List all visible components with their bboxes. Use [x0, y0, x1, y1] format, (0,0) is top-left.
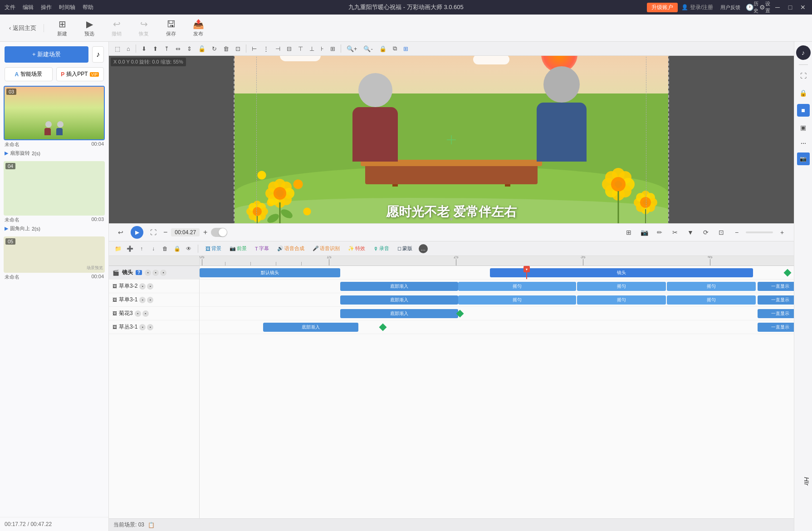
expand-handle[interactable]: ▾ [450, 216, 453, 222]
flip-h[interactable]: ⇔ [173, 44, 183, 54]
align-center-v[interactable]: ⊥ [307, 44, 317, 54]
align-up[interactable]: ⬆ [151, 44, 160, 54]
clump-dot1[interactable]: • [139, 324, 146, 330]
copy-style[interactable]: ⧉ [391, 44, 399, 54]
rp-panel-btn[interactable]: ▣ [797, 121, 810, 134]
rp-music-btn[interactable]: ♪ [796, 45, 811, 60]
canvas-frame[interactable]: 📷 愿时光不老 爱常伴左右 [234, 56, 669, 223]
grass31-dot2[interactable]: • [147, 297, 153, 303]
lt-sub-btn[interactable]: T 字幕 [251, 244, 273, 253]
menu-help[interactable]: 帮助 [83, 4, 93, 11]
scene-item-05[interactable]: 05 场景预览 未命名 00:04 [4, 236, 105, 281]
seg-grass32-shake3[interactable]: 摇匀 [667, 282, 756, 291]
tl-move-up[interactable]: ↑ [136, 243, 147, 254]
tl-delete[interactable]: 🗑 [160, 243, 171, 254]
zoom-out[interactable]: 🔍- [361, 44, 375, 54]
lt-mic-btn[interactable]: 🎙 录音 [370, 244, 393, 253]
preview-tool[interactable]: ▶ 预选 [80, 19, 98, 37]
seg-chrys-fadein[interactable]: 底部渐入 [340, 309, 458, 318]
back-home-button[interactable]: ‹ 返回主页 [9, 24, 44, 32]
menu-file[interactable]: 文件 [5, 4, 15, 11]
rp-fullscreen-btn[interactable]: ⛶ [797, 69, 810, 82]
play-button[interactable]: ▶ [131, 226, 143, 239]
scene-item-03[interactable]: 03 未命名 00:04 ▶ 扇形旋转 2(s) [4, 86, 105, 157]
tl-move-down[interactable]: ↓ [148, 243, 159, 254]
rp-lock-btn[interactable]: 🔒 [797, 87, 810, 99]
seg-grass32-fadein[interactable]: 底部渐入 [340, 282, 458, 291]
seg-chrys-always[interactable]: 一直显示 [758, 309, 794, 318]
lt-voice-syn-btn[interactable]: 🔊 语音合成 [274, 244, 308, 253]
redo-tool[interactable]: ↪ 恢复 [135, 19, 153, 37]
align-top-v[interactable]: ⊤ [296, 44, 305, 54]
paste-style[interactable]: ⊞ [401, 44, 411, 54]
tl-add-btn[interactable]: ➕ [124, 243, 135, 254]
publish-tool[interactable]: 📤 发布 [189, 19, 207, 37]
select-tool[interactable]: ⬚ [113, 44, 122, 54]
scene-item-04[interactable]: 04 未命名 00:03 ▶ 圆角向上 2(s) [4, 161, 105, 233]
upgrade-button[interactable]: 升级账户 [647, 3, 678, 12]
seg-grass31-shake2[interactable]: 摇匀 [577, 295, 666, 305]
playhead[interactable]: ▼ [526, 266, 527, 279]
maximize-button[interactable]: □ [786, 3, 795, 12]
seg-default-camera[interactable]: 默认镜头 [200, 268, 340, 277]
chrys-dot2[interactable]: • [142, 310, 149, 317]
distribute-v[interactable]: ⊞ [328, 44, 338, 54]
user-feedback-btn[interactable]: 用户反馈 [717, 3, 744, 12]
flip-v[interactable]: ⇕ [185, 44, 194, 54]
seg-grass32-shake1[interactable]: 摇匀 [458, 282, 576, 291]
insert-ppt-button[interactable]: P 插入PPT VIP [56, 67, 104, 81]
filter-button[interactable]: ▼ [684, 226, 697, 239]
zoom-in[interactable]: 🔍+ [344, 44, 360, 54]
menu-edit[interactable]: 编辑 [23, 4, 34, 11]
align-right[interactable]: ⊣ [273, 44, 283, 54]
minimize-button[interactable]: ─ [773, 3, 782, 12]
grass32-dot1[interactable]: • [139, 283, 146, 290]
grass32-dot2[interactable]: • [147, 283, 153, 290]
grass31-dot1[interactable]: • [139, 297, 146, 303]
delete-tool[interactable]: 🗑 [221, 44, 231, 54]
toggle-switch[interactable] [211, 228, 227, 237]
align-left[interactable]: ⊢ [249, 44, 259, 54]
rp-dots-btn[interactable]: ··· [800, 138, 806, 148]
home-tool[interactable]: ⌂ [124, 44, 132, 54]
distribute-h[interactable]: ⊟ [284, 44, 294, 54]
lt-prev-btn[interactable]: 📷 前景 [226, 244, 250, 253]
zoom-plus-btn[interactable]: + [776, 226, 788, 239]
snapshot-button[interactable]: 📷 [638, 226, 651, 239]
rp-active-btn[interactable]: ■ [797, 104, 810, 117]
history-btn[interactable]: 🕐 历史 [748, 3, 757, 12]
tl-visible[interactable]: 👁 [183, 243, 194, 254]
lt-effect-btn[interactable]: ✨ 特效 [344, 244, 369, 253]
seg-grass31-always[interactable]: 一直显示 [758, 295, 794, 305]
tl-lock[interactable]: 🔒 [171, 243, 182, 254]
smart-scene-button[interactable]: A 智能场景 [5, 67, 53, 81]
seg-clump-fadein[interactable]: 底部渐入 [263, 323, 358, 332]
seg-grass32-always[interactable]: 一直显示 [758, 282, 794, 291]
close-button[interactable]: ✕ [798, 3, 807, 12]
lt-bg-btn[interactable]: 🖼 背景 [202, 244, 225, 253]
rotate-tool[interactable]: ↻ [210, 44, 219, 54]
loop-button[interactable]: ⟳ [699, 226, 712, 239]
login-label[interactable]: 登录/注册 [690, 4, 713, 11]
new-scene-button[interactable]: + 新建场景 [5, 46, 88, 63]
menu-timeline[interactable]: 时间轴 [59, 4, 75, 11]
speed-button[interactable]: − [730, 226, 743, 239]
track-scroll[interactable]: 0s 1s 2s 3s [200, 256, 794, 518]
tl-folder-btn[interactable]: 📁 [113, 243, 123, 254]
camera-dot3[interactable]: • [160, 270, 166, 276]
time-plus[interactable]: + [203, 228, 207, 236]
help-icon[interactable]: ? [136, 270, 142, 275]
seg-grass31-shake1[interactable]: 摇匀 [458, 295, 576, 305]
copy-scene-icon[interactable]: 📋 [148, 522, 155, 528]
fullscreen-button[interactable]: ⛶ [147, 226, 160, 239]
lock2[interactable]: 🔒 [377, 44, 389, 54]
edit-button[interactable]: ✏ [653, 226, 666, 239]
lock-tool[interactable]: 🔓 [196, 44, 208, 54]
undo-tool[interactable]: ↩ 撤销 [108, 19, 126, 37]
rp-screenshot-btn[interactable]: 📷 [797, 152, 810, 165]
clump-dot2[interactable]: • [147, 324, 153, 330]
lt-more-btn[interactable]: ... [419, 244, 428, 253]
chrys-dot1[interactable]: • [135, 310, 141, 317]
settings-btn[interactable]: ⚙ 设置 [760, 3, 769, 12]
fit-button[interactable]: ⊞ [622, 226, 635, 239]
